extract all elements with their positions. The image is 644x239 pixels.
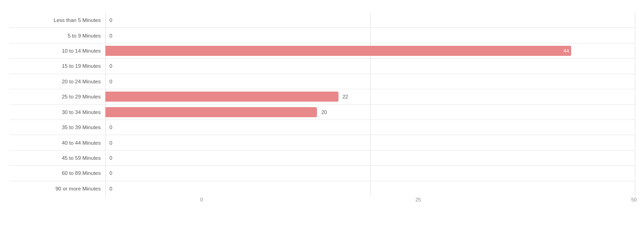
bar-row: 25 to 29 Minutes22 [9,89,635,104]
bar-row: 15 to 19 Minutes0 [9,59,635,74]
x-axis: 02550 [202,197,635,206]
bar-label: 20 to 24 Minutes [9,79,105,84]
bar-label: 25 to 29 Minutes [9,94,105,99]
bar-row: 45 to 59 Minutes0 [9,151,635,166]
bar-track: 44 [105,44,635,57]
bar-value-label: 0 [108,79,112,84]
bar-track: 0 [105,152,635,164]
bar-fill: 44 [105,46,571,56]
bar-row: 60 to 89 Minutes0 [9,166,635,181]
bar-track: 0 [105,182,635,195]
bar-value-label: 0 [108,170,112,176]
bar-track: 0 [105,167,635,179]
grid-line [635,13,635,196]
chart-area: Less than 5 Minutes05 to 9 Minutes010 to… [9,13,635,206]
bar-track: 22 [105,90,635,103]
bar-track: 0 [105,29,635,42]
bar-value-label: 0 [108,125,112,130]
x-axis-tick: 25 [415,197,421,202]
bar-row: 30 to 34 Minutes20 [9,105,635,120]
bar-fill: 22 [105,92,338,102]
bar-value-label: 0 [108,155,112,161]
bar-label: 90 or more Minutes [9,186,105,191]
bar-track: 0 [105,136,635,149]
bar-label: 40 to 44 Minutes [9,140,105,146]
bars-section: Less than 5 Minutes05 to 9 Minutes010 to… [9,13,635,196]
x-axis-tick: 50 [631,197,637,202]
bar-label: 5 to 9 Minutes [9,33,105,38]
bar-label: 15 to 19 Minutes [9,63,105,69]
bar-track: 0 [105,14,635,27]
bar-value-label: 22 [341,94,348,99]
bar-row: 20 to 24 Minutes0 [9,74,635,89]
bar-row: 5 to 9 Minutes0 [9,28,635,43]
bar-track: 0 [105,60,635,72]
bar-track: 20 [105,106,635,119]
bar-row: 10 to 14 Minutes44 [9,43,635,59]
bar-value-label: 0 [108,186,112,191]
bar-row: Less than 5 Minutes0 [9,13,635,28]
bar-row: 35 to 39 Minutes0 [9,120,635,135]
bar-row: 90 or more Minutes0 [9,181,635,196]
bar-label: Less than 5 Minutes [9,17,105,23]
bar-value-label: 0 [108,140,112,146]
bar-value-label: 20 [319,109,327,115]
bar-value-label: 0 [108,63,112,69]
bar-label: 35 to 39 Minutes [9,125,105,130]
bar-label: 30 to 34 Minutes [9,109,105,115]
x-axis-tick: 0 [200,197,203,202]
bar-value-label: 44 [563,48,569,54]
bar-label: 45 to 59 Minutes [9,155,105,161]
bar-fill: 20 [105,107,317,117]
bar-label: 10 to 14 Minutes [9,48,105,54]
bar-label: 60 to 89 Minutes [9,170,105,176]
bar-value-label: 0 [108,33,112,38]
chart-container: Less than 5 Minutes05 to 9 Minutes010 to… [0,0,644,239]
bar-row: 40 to 44 Minutes0 [9,135,635,150]
bar-track: 0 [105,75,635,88]
bar-track: 0 [105,121,635,134]
bar-value-label: 0 [108,17,112,23]
